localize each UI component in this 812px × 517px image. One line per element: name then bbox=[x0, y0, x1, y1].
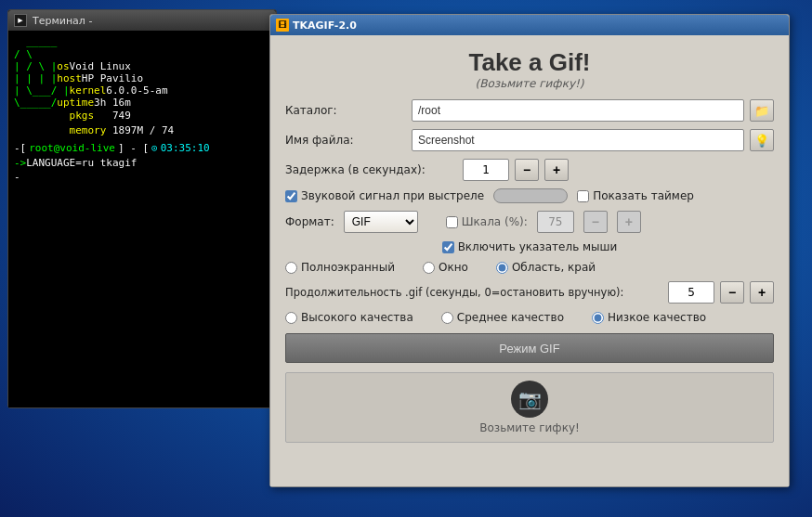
region-radio-label[interactable]: Область, край bbox=[496, 261, 596, 274]
scale-value: 75 bbox=[537, 211, 574, 233]
scale-plus-button[interactable]: + bbox=[617, 211, 641, 233]
scale-checkbox[interactable] bbox=[446, 216, 458, 228]
term-ascii-3: | / \ | os Void Linux bbox=[14, 60, 270, 72]
term-ascii-5: | \___/ | kernel 6.0.0-5-am bbox=[14, 84, 270, 97]
filename-row: Имя файла: 💡 bbox=[285, 129, 774, 151]
tkagif-title: TKAGIF-2.0 bbox=[293, 19, 357, 32]
show-timer-checkbox[interactable] bbox=[577, 190, 589, 202]
term-pkgs: pkgs 749 bbox=[14, 109, 270, 123]
duration-minus-button[interactable]: − bbox=[720, 281, 744, 304]
sound-timer-row: Звуковой сигнал при выстреле Показать та… bbox=[285, 188, 774, 203]
catalog-browse-button[interactable]: 📁 bbox=[750, 99, 774, 122]
app-title: Take a Gif! bbox=[285, 48, 774, 77]
terminal-body: _____ / \ | / \ | os Void Linux | | | | … bbox=[8, 31, 276, 407]
duration-label: Продолжительность .gif (секунды, 0=остан… bbox=[285, 286, 662, 299]
delay-row: Задержка (в секундах): 1 − + bbox=[285, 159, 774, 181]
take-gif-label: Возьмите гифку! bbox=[479, 421, 580, 434]
catalog-label: Каталог: bbox=[285, 104, 406, 117]
term-ascii-6: \_____/ uptime 3h 16m bbox=[14, 97, 270, 109]
record-button-label: Режим GIF bbox=[499, 342, 559, 355]
term-ascii-4: | | | | host HP Pavilio bbox=[14, 72, 270, 84]
sound-checkbox-label[interactable]: Звуковой сигнал при выстреле bbox=[285, 189, 484, 202]
take-gif-section[interactable]: 📷 Возьмите гифку! bbox=[285, 372, 774, 443]
format-label: Формат: bbox=[285, 215, 334, 228]
scale-checkbox-label[interactable]: Шкала (%): bbox=[446, 215, 528, 228]
format-row: Формат: GIF APNG WEBP Шкала (%): 75 − + bbox=[285, 211, 774, 233]
high-quality-label: Высокого качества bbox=[301, 311, 413, 324]
low-quality-label: Низкое качество bbox=[608, 311, 706, 324]
record-button[interactable]: Режим GIF bbox=[285, 333, 774, 363]
app-subtitle: (Возьмите гифку!) bbox=[285, 77, 774, 90]
delay-label: Задержка (в секундах): bbox=[285, 163, 457, 176]
term-cmd: ->LANGUAGE=ru tkagif bbox=[14, 156, 270, 170]
format-select[interactable]: GIF APNG WEBP bbox=[344, 211, 418, 233]
cursor-label: Включить указатель мыши bbox=[458, 240, 618, 253]
term-cursor: - bbox=[14, 170, 270, 184]
filename-input[interactable] bbox=[412, 129, 744, 151]
scale-minus-button[interactable]: − bbox=[583, 211, 608, 233]
tkagif-icon: 🎞 bbox=[276, 19, 289, 32]
catalog-row: Каталог: 📁 bbox=[285, 99, 774, 122]
delay-plus-button[interactable]: + bbox=[544, 159, 569, 181]
low-quality-radio-label[interactable]: Низкое качество bbox=[592, 311, 706, 324]
filename-lightbulb-button[interactable]: 💡 bbox=[750, 129, 774, 151]
fullscreen-radio-label[interactable]: Полноэкранный bbox=[285, 261, 395, 274]
duration-value: 5 bbox=[668, 281, 714, 304]
cursor-checkbox[interactable] bbox=[442, 241, 454, 253]
catalog-input[interactable] bbox=[412, 99, 744, 122]
mouse-row: Включить указатель мыши bbox=[285, 240, 774, 253]
show-timer-checkbox-label[interactable]: Показать таймер bbox=[577, 189, 694, 202]
sound-slider[interactable] bbox=[493, 188, 568, 203]
window-label: Окно bbox=[439, 261, 468, 274]
low-quality-radio[interactable] bbox=[592, 312, 604, 324]
terminal-icon bbox=[14, 14, 27, 27]
region-label: Область, край bbox=[512, 261, 596, 274]
tkagif-content: Take a Gif! (Возьмите гифку!) Каталог: 📁… bbox=[270, 35, 789, 486]
filename-label: Имя файла: bbox=[285, 134, 406, 147]
sound-label: Звуковой сигнал при выстреле bbox=[301, 189, 484, 202]
scale-label-text: Шкала (%): bbox=[462, 215, 528, 228]
camera-icon: 📷 bbox=[511, 381, 548, 418]
medium-quality-radio-label[interactable]: Среднее качество bbox=[441, 311, 564, 324]
term-ascii-2: / \ bbox=[14, 48, 270, 60]
fullscreen-label: Полноэкранный bbox=[301, 261, 395, 274]
duration-row: Продолжительность .gif (секунды, 0=остан… bbox=[285, 281, 774, 304]
window-radio-label[interactable]: Окно bbox=[423, 261, 468, 274]
app-header: Take a Gif! (Возьмите гифку!) bbox=[285, 45, 774, 92]
duration-plus-button[interactable]: + bbox=[750, 281, 774, 304]
terminal-titlebar: Терминал - bbox=[8, 10, 276, 31]
cursor-checkbox-label[interactable]: Включить указатель мыши bbox=[442, 240, 618, 253]
region-radio[interactable] bbox=[496, 262, 508, 274]
fullscreen-radio[interactable] bbox=[285, 262, 297, 274]
high-quality-radio[interactable] bbox=[285, 312, 297, 324]
terminal-window: Терминал - _____ / \ | / \ | os Void Lin… bbox=[7, 9, 277, 408]
quality-row: Высокого качества Среднее качество Низко… bbox=[285, 311, 774, 324]
show-timer-label: Показать таймер bbox=[593, 189, 694, 202]
term-ascii-1: _____ bbox=[14, 34, 270, 48]
medium-quality-radio[interactable] bbox=[441, 312, 453, 324]
medium-quality-label: Среднее качество bbox=[457, 311, 564, 324]
delay-minus-button[interactable]: − bbox=[515, 159, 539, 181]
window-radio[interactable] bbox=[423, 262, 435, 274]
sound-checkbox[interactable] bbox=[285, 190, 297, 202]
tkagif-window: 🎞 TKAGIF-2.0 Take a Gif! (Возьмите гифку… bbox=[269, 14, 790, 487]
tkagif-titlebar: 🎞 TKAGIF-2.0 bbox=[270, 15, 789, 35]
terminal-title: Терминал - bbox=[33, 15, 92, 27]
capture-mode-row: Полноэкранный Окно Область, край bbox=[285, 261, 774, 274]
term-prompt: -[ root@void-live ] - [ ⊙ 03:35:10 bbox=[14, 141, 270, 155]
term-memory: memory 1897M / 74 bbox=[14, 123, 270, 137]
delay-value: 1 bbox=[463, 159, 509, 181]
high-quality-radio-label[interactable]: Высокого качества bbox=[285, 311, 413, 324]
